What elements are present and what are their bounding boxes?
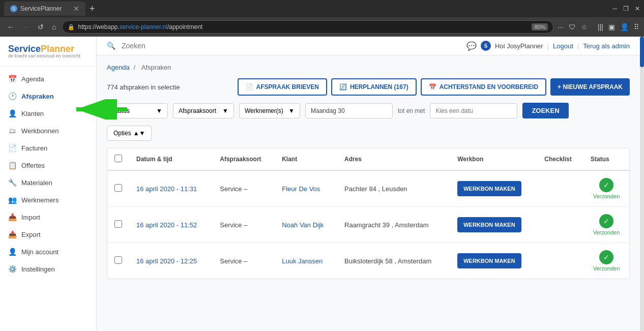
sidebar-label-instellingen: Instellingen	[21, 265, 55, 273]
achterstand-label: ACHTERSTAND EN VOORBEREID	[440, 83, 538, 91]
werkbon-button-0[interactable]: WERKBON MAKEN	[457, 181, 521, 196]
sidebar-item-afspraken[interactable]: 🕐 Afspraken	[0, 87, 96, 105]
row-checkbox-0[interactable]	[114, 184, 122, 192]
logout-link[interactable]: Logout	[553, 42, 573, 50]
search-input[interactable]	[122, 42, 254, 50]
nieuwe-afspraak-button[interactable]: + NIEUWE AFSPRAAK	[550, 78, 630, 96]
account-nav-icon: 👤	[8, 248, 16, 256]
account-icon[interactable]: 👤	[620, 23, 629, 31]
admin-link[interactable]: Terug als admin	[583, 42, 630, 50]
zoeken-button[interactable]: ZOEKEN	[522, 103, 568, 118]
client-link-0[interactable]: Fleur De Vos	[282, 185, 320, 193]
more-options-icon[interactable]: ···	[558, 23, 564, 31]
sidebar-label-werkbonnen: Werkbonnen	[21, 127, 58, 135]
scrollbar-thumb[interactable]	[640, 37, 644, 67]
browser-tab[interactable]: S ServicePlanner ✕	[4, 2, 85, 16]
achterstand-icon: 📅	[429, 83, 436, 91]
right-scrollbar[interactable]	[640, 37, 644, 331]
top-header: 🔍 💬 5 Hoi JosyPlanner | Logout | Terug a…	[97, 37, 640, 55]
agenda-icon: 📅	[8, 75, 16, 83]
sidebar-toggle-icon[interactable]: ▣	[608, 23, 615, 31]
select-all-checkbox[interactable]	[114, 155, 122, 162]
werknemer-filter[interactable]: Werknemer(s) ▼	[239, 103, 300, 118]
col-afspraaksoort: Afspraaksoort	[213, 148, 275, 170]
werkbon-button-2[interactable]: WERKBON MAKEN	[457, 253, 521, 268]
new-tab-button[interactable]: +	[90, 4, 95, 14]
sidebar-nav: 📅 Agenda 🕐 Afspraken 👤 Klanten 🗂 Werkbon…	[0, 66, 96, 331]
sidebar-item-materialen[interactable]: 🔧 Materialen	[0, 174, 96, 191]
afspraak-brieven-button[interactable]: 📄 AFSPRAAK BRIEVEN	[238, 78, 327, 96]
sidebar-item-import[interactable]: 📥 Import	[0, 208, 96, 226]
app-layout: ServicePlanner de kracht van eenvoud en …	[0, 37, 644, 331]
sidebar-item-facturen[interactable]: 📄 Facturen	[0, 139, 96, 157]
sidebar-item-werkbonnen[interactable]: 🗂 Werkbonnen	[0, 122, 96, 139]
herplannen-button[interactable]: 🔄 HERPLANNEN (167)	[331, 78, 417, 96]
row-checkbox-cell	[107, 243, 129, 279]
back-button[interactable]: ←	[5, 21, 16, 33]
client-link-2[interactable]: Luuk Janssen	[282, 257, 323, 265]
status-icon-1: ✓	[599, 214, 613, 228]
table-header-row: Datum & tijd Afspraaksoort Klant Adres	[107, 148, 629, 170]
row-afspraaksoort-0: Service –	[213, 170, 275, 207]
url-display: https://webapp.service-planner.nl/appoin…	[78, 23, 529, 31]
forward-button[interactable]: →	[20, 21, 32, 33]
status-filter[interactable]: Status ▼	[107, 103, 168, 118]
action-buttons: 📄 AFSPRAAK BRIEVEN 🔄 HERPLANNEN (167) 📅 …	[238, 78, 630, 96]
row-status-2: ✓ Verzonden	[583, 243, 629, 279]
instellingen-icon: ⚙️	[8, 265, 16, 273]
date-to-input[interactable]	[430, 103, 517, 118]
sidebar-item-offertes[interactable]: 📋 Offertes	[0, 157, 96, 174]
close-icon[interactable]: ✕	[635, 5, 640, 12]
home-button[interactable]: ⌂	[50, 21, 58, 33]
library-icon[interactable]: |||	[598, 23, 603, 31]
reload-button[interactable]: ↺	[36, 21, 46, 33]
sidebar-item-agenda[interactable]: 📅 Agenda	[0, 70, 96, 87]
maximize-icon[interactable]: ❐	[623, 5, 629, 12]
sidebar-item-instellingen[interactable]: ⚙️ Instellingen	[0, 260, 96, 278]
werkbon-button-1[interactable]: WERKBON MAKEN	[457, 217, 521, 232]
header-right: 💬 5 Hoi JosyPlanner | Logout | Terug als…	[466, 41, 630, 51]
tab-close-icon[interactable]: ✕	[73, 5, 79, 13]
date-link-1[interactable]: 16 april 2020 - 11:52	[136, 221, 197, 229]
sidebar: ServicePlanner de kracht van eenvoud en …	[0, 37, 97, 331]
row-checkbox-cell	[107, 207, 129, 243]
sidebar-item-klanten[interactable]: 👤 Klanten	[0, 105, 96, 122]
address-bar[interactable]: 🔒 https://webapp.service-planner.nl/appo…	[62, 20, 553, 34]
pocket-icon[interactable]: 🛡	[569, 23, 576, 31]
status-text-0: Verzonden	[593, 193, 620, 199]
message-badge[interactable]: 5	[481, 41, 491, 51]
sidebar-label-offertes: Offertes	[21, 162, 45, 169]
sidebar-label-export: Export	[21, 231, 41, 238]
werknemer-chevron-icon: ▼	[288, 107, 295, 114]
date-link-2[interactable]: 16 april 2020 - 12:25	[136, 257, 197, 265]
sidebar-item-export[interactable]: 📤 Export	[0, 226, 96, 243]
logo-planner: Planner	[41, 44, 74, 54]
afspraaksoort-chevron-icon: ▼	[222, 107, 228, 114]
status-icon-0: ✓	[599, 178, 613, 192]
opties-chevron-icon: ▲▼	[133, 130, 145, 137]
sidebar-item-werknemers[interactable]: 👥 Werknemers	[0, 191, 96, 208]
afspraaksoort-filter[interactable]: Afspraaksoort ▼	[173, 103, 234, 118]
breadcrumb-parent[interactable]: Agenda	[107, 64, 130, 71]
row-checkbox-2[interactable]	[114, 256, 122, 264]
col-checklist: Checklist	[537, 148, 583, 170]
content-area: Agenda / Afspraken 774 afspraken in sele…	[97, 55, 640, 331]
date-link-0[interactable]: 16 april 2020 - 11:31	[136, 185, 197, 193]
status-badge-2: ✓ Verzonden	[591, 250, 622, 272]
import-icon: 📥	[8, 213, 16, 221]
date-from-input[interactable]	[305, 103, 393, 118]
chat-icon[interactable]: 💬	[466, 41, 477, 51]
herplannen-icon: 🔄	[339, 83, 347, 91]
achterstand-button[interactable]: 📅 ACHTERSTAND EN VOORBEREID	[421, 78, 546, 96]
grid-icon[interactable]: ⠿	[634, 23, 639, 31]
client-link-1[interactable]: Noah Van Dijk	[282, 221, 324, 229]
opties-button[interactable]: Opties ▲▼	[107, 126, 152, 141]
sidebar-item-mijn-account[interactable]: 👤 Mijn account	[0, 243, 96, 260]
bookmark-icon[interactable]: ☆	[581, 23, 588, 31]
brieven-label: AFSPRAAK BRIEVEN	[256, 83, 319, 91]
row-checkbox-1[interactable]	[114, 220, 122, 228]
col-checkbox	[107, 148, 129, 170]
minimize-icon[interactable]: ─	[612, 5, 617, 12]
table-row: 16 april 2020 - 12:25 Service – Luuk Jan…	[107, 243, 629, 279]
row-werkbon-1: WERKBON MAKEN	[450, 207, 537, 243]
